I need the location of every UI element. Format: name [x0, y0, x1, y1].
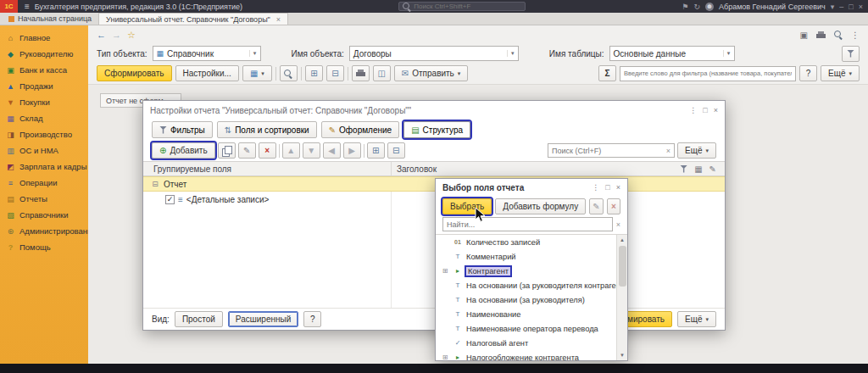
field-item-na-osnovanii-za-rukovoditelya[interactable]: Т На основании (за руководителя) — [436, 292, 616, 307]
settings-search-box[interactable]: × — [548, 143, 675, 158]
object-type-select[interactable]: ▦ Справочник ▾ — [153, 46, 261, 61]
sidebar-item-zarplata-i-kadry[interactable]: ◩Зарплата и кадры — [0, 159, 88, 175]
collapse-groups-button[interactable]: ⊟ — [326, 65, 344, 81]
back-icon[interactable]: ← — [97, 30, 106, 40]
sidebar-item-pokupki[interactable]: ▼Покупки — [0, 94, 88, 110]
scrollbar[interactable]: ▲ ▼ — [616, 235, 627, 360]
dropdown-caret-icon[interactable]: ▾ — [507, 50, 518, 57]
print-preview-button[interactable]: ◫ — [373, 65, 391, 81]
field-item-nalogooblozhenie-kontragenta[interactable]: ⊞ ▸ Налогообложение контрагента — [436, 350, 616, 360]
move-left-button[interactable]: ◀ — [323, 142, 341, 159]
dropdown-caret-icon[interactable]: ▾ — [249, 50, 260, 57]
tab-universal-report[interactable]: Универсальный отчет. Справочник "Договор… — [98, 13, 288, 25]
history-icon[interactable]: ↻ — [693, 3, 700, 11]
tab-close-icon[interactable]: × — [276, 15, 281, 24]
user-menu-caret-icon[interactable]: ▾ — [831, 3, 835, 11]
scrollbar-thumb[interactable] — [619, 246, 626, 287]
tab-structure[interactable]: ▤ Структура — [403, 121, 470, 138]
tree-row-detail-records[interactable]: ✓ ≡ <Детальные записи> — [143, 192, 725, 207]
sidebar-item-sklad[interactable]: ▦Склад — [0, 110, 88, 126]
field-item-naimenovanie[interactable]: Т Наименование — [436, 307, 616, 321]
report-variants-button[interactable]: ▦ ▾ — [242, 65, 272, 81]
view-simple-button[interactable]: Простой — [175, 311, 223, 327]
print-icon[interactable] — [816, 31, 826, 39]
kebab-menu-icon[interactable]: ⋮ — [689, 106, 697, 114]
restore-window-icon[interactable]: □ — [703, 106, 707, 114]
field-search-box[interactable] — [442, 217, 613, 231]
field-search-input[interactable] — [447, 220, 609, 229]
favorite-star-icon[interactable]: ☆ — [127, 30, 136, 41]
edit-button[interactable]: ✎ — [238, 142, 256, 159]
close-button[interactable]: × — [859, 3, 863, 11]
field-item-kommentariy[interactable]: Т Комментарий — [436, 249, 616, 264]
sidebar-item-administrirovanie[interactable]: ⊛Администрирование — [0, 223, 88, 239]
help-button[interactable]: ? — [799, 65, 817, 81]
filter-button[interactable] — [842, 46, 860, 62]
tab-filters[interactable]: Фильтры — [152, 121, 213, 138]
sidebar-item-otchety[interactable]: ▤Отчеты — [0, 191, 88, 207]
quick-filter-box[interactable] — [620, 66, 796, 81]
column-group-fields[interactable]: Группируемые поля — [143, 164, 391, 174]
help-button[interactable]: ? — [303, 311, 321, 327]
sidebar-item-pomosch[interactable]: ?Помощь — [0, 239, 88, 255]
sidebar-item-os-i-nma[interactable]: ▥ОС и НМА — [0, 142, 88, 159]
object-name-select[interactable]: Договоры ▾ — [349, 46, 519, 61]
view-extended-button[interactable]: Расширенный — [228, 311, 298, 327]
field-item-kolichestvo-zapisey[interactable]: 01 Количество записей — [436, 235, 616, 249]
sidebar-item-operatsii[interactable]: ≡Операции — [0, 175, 88, 191]
send-button[interactable]: ✉ Отправить ▾ — [394, 65, 469, 81]
delete-button[interactable]: × — [259, 142, 276, 159]
edit-formula-button[interactable]: ✎ — [589, 198, 603, 214]
settings-search-input[interactable] — [552, 147, 664, 155]
sidebar-item-prodazhi[interactable]: ▲Продажи — [0, 78, 88, 94]
table-name-select[interactable]: Основные данные ▾ — [609, 46, 735, 61]
sum-button[interactable]: Σ — [598, 65, 616, 81]
sidebar-item-rukovoditelyu[interactable]: ◆Руководителю — [0, 46, 88, 62]
add-formula-button[interactable]: Добавить формулу — [495, 198, 586, 214]
field-item-na-osnovanii-za-rukovoditelya-kontragenta[interactable]: Т На основании (за руководителя контраге… — [436, 278, 616, 292]
table-settings-icon[interactable]: ▦ — [694, 164, 702, 174]
column-header-cell[interactable]: Заголовок ▦ ✎ — [391, 162, 725, 175]
sidebar-item-proizvodstvo[interactable]: ◨Производство — [0, 126, 88, 142]
move-up-button[interactable]: ▲ — [282, 142, 300, 159]
user-name[interactable]: Абрамов Геннадий Сергеевич — [719, 3, 826, 11]
expand-icon[interactable]: ⊞ — [441, 354, 449, 360]
restore-window-icon[interactable]: □ — [605, 183, 609, 192]
kebab-menu-icon[interactable]: ⋮ — [592, 183, 599, 192]
quick-filter-input[interactable] — [624, 70, 792, 77]
ungroup-button[interactable]: ⊟ — [387, 142, 405, 159]
scroll-down-icon[interactable]: ▼ — [617, 350, 627, 360]
expand-icon[interactable]: ⊞ — [441, 267, 449, 275]
close-dialog-icon[interactable]: × — [616, 183, 620, 192]
close-dialog-icon[interactable]: × — [714, 106, 718, 114]
global-search-box[interactable] — [398, 2, 526, 11]
field-item-kontragent[interactable]: ⊞ ▸ Контрагент — [436, 264, 616, 278]
filter-icon[interactable] — [680, 165, 687, 173]
scroll-up-icon[interactable]: ▲ — [617, 235, 627, 245]
copy-button[interactable] — [218, 142, 236, 159]
generate-button[interactable]: Сформировать — [97, 65, 172, 81]
forward-icon[interactable]: → — [112, 30, 121, 40]
add-button[interactable]: ⊕ Добавить — [152, 142, 215, 159]
settings-button[interactable]: Настройки... — [175, 65, 239, 81]
collapse-node-icon[interactable]: ⊟ — [150, 180, 160, 188]
field-item-nalogovyy-agent[interactable]: ✓ Налоговый агент — [436, 336, 616, 350]
edit-header-icon[interactable]: ✎ — [709, 164, 716, 174]
move-right-button[interactable]: ▶ — [343, 142, 361, 159]
group-button[interactable]: ⊞ — [367, 142, 385, 159]
tab-appearance[interactable]: ✎ Оформление — [321, 121, 399, 138]
clear-search-icon[interactable]: × — [666, 147, 670, 155]
global-search-input[interactable] — [414, 3, 521, 10]
field-item-naimenovanie-operatora-perevoda[interactable]: Т Наименование оператора перевода — [436, 321, 616, 336]
kebab-menu-icon[interactable]: ⋮ — [851, 31, 860, 40]
expand-groups-button[interactable]: ⊞ — [305, 65, 323, 81]
checkbox-checked[interactable]: ✓ — [165, 195, 175, 204]
search-in-report-button[interactable] — [280, 65, 298, 81]
sidebar-item-bank-i-kassa[interactable]: ▣Банк и касса — [0, 62, 88, 78]
sidebar-item-glavnoe[interactable]: ⌂Главное — [0, 30, 88, 46]
delete-formula-button[interactable]: × — [607, 198, 620, 214]
minimize-button[interactable]: – — [839, 3, 843, 11]
move-down-button[interactable]: ▼ — [303, 142, 320, 159]
main-menu-icon[interactable]: ≡ — [25, 2, 30, 11]
clear-search-icon[interactable]: × — [616, 220, 620, 229]
